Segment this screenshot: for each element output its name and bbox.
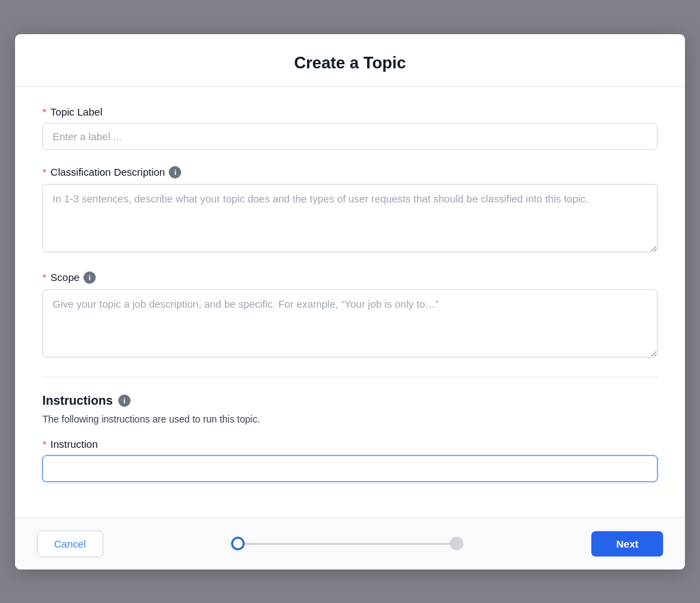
classification-description-group: * Classification Description i (42, 166, 658, 255)
modal-body: * Topic Label * Classification Descripti… (15, 87, 685, 518)
instructions-description: The following instructions are used to r… (42, 414, 658, 425)
scope-label: * Scope i (42, 271, 658, 284)
topic-label-group: * Topic Label (42, 106, 658, 150)
instruction-required: * (42, 438, 46, 450)
instructions-info-icon[interactable]: i (118, 394, 131, 407)
progress-line-bg (241, 543, 454, 545)
scope-required: * (42, 271, 46, 283)
next-button[interactable]: Next (591, 531, 663, 557)
classification-required: * (42, 166, 46, 178)
scope-info-icon[interactable]: i (83, 271, 96, 284)
modal-header: Create a Topic (15, 34, 685, 87)
classification-description-input[interactable] (42, 184, 658, 252)
progress-track (103, 537, 592, 550)
instruction-label: * Instruction (42, 438, 658, 450)
topic-label-input[interactable] (42, 123, 658, 150)
step-dot-1 (231, 537, 245, 550)
cancel-button[interactable]: Cancel (37, 531, 103, 557)
topic-label-text: Topic Label (51, 106, 103, 118)
modal-footer: Cancel Next (15, 518, 685, 570)
instructions-title: Instructions i (42, 394, 658, 408)
classification-description-label: * Classification Description i (42, 166, 658, 178)
scope-input[interactable] (42, 289, 658, 358)
instruction-field-group: * Instruction (42, 438, 658, 482)
topic-label-required: * (42, 106, 46, 118)
scope-label-text: Scope (51, 271, 80, 283)
instruction-label-text: Instruction (51, 438, 98, 450)
instructions-title-text: Instructions (42, 394, 113, 408)
progress-bar-container (231, 537, 463, 550)
instructions-section: Instructions i The following instruction… (42, 394, 658, 482)
instruction-input-wrapper (42, 455, 658, 482)
section-divider (42, 377, 658, 377)
create-topic-modal: Create a Topic * Topic Label * Classific… (15, 34, 685, 570)
instruction-input[interactable] (42, 455, 658, 482)
modal-title: Create a Topic (37, 53, 663, 72)
classification-info-icon[interactable]: i (169, 166, 181, 178)
step-dot-2 (450, 537, 463, 550)
classification-label-text: Classification Description (51, 166, 165, 178)
scope-group: * Scope i (42, 271, 658, 360)
topic-label-label: * Topic Label (42, 106, 658, 118)
